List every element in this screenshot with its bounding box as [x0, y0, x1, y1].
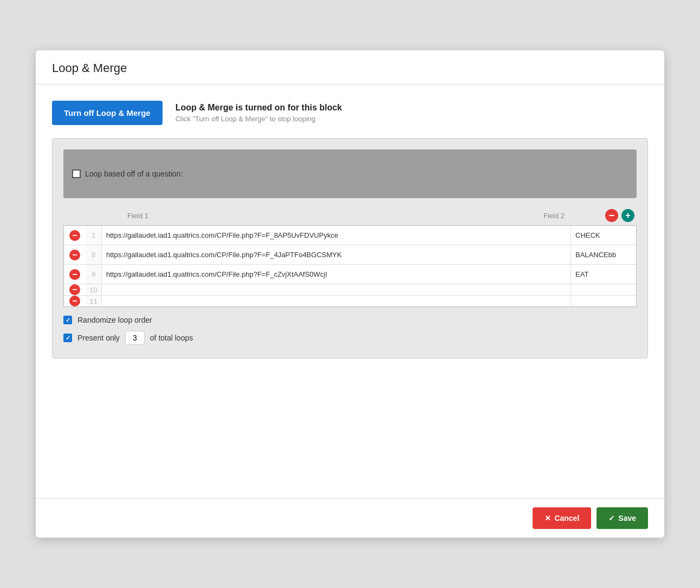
action-row: Turn off Loop & Merge Loop & Merge is tu…	[52, 101, 648, 125]
cancel-icon: ✕	[545, 514, 551, 522]
row-num-1: 1	[86, 226, 102, 245]
table-row: 11	[64, 296, 636, 306]
cancel-label: Cancel	[554, 514, 579, 522]
table-row: 9 https://gallaudet.iad1.qualtrics.com/C…	[64, 265, 636, 284]
save-icon: ✓	[608, 514, 615, 522]
field1-header: Field 1	[123, 212, 539, 220]
modal-header: Loop & Merge	[36, 50, 664, 84]
remove-col-10	[64, 284, 86, 295]
remove-col-11	[64, 296, 86, 306]
randomize-row: Randomize loop order	[63, 316, 637, 324]
row-8-field1: https://gallaudet.iad1.qualtrics.com/CP/…	[102, 245, 571, 264]
table-header-actions	[604, 209, 637, 222]
present-only-input[interactable]	[125, 331, 145, 345]
remove-row-10-button[interactable]	[69, 284, 80, 295]
row-num-8: 8	[86, 245, 102, 264]
remove-col-8	[64, 245, 86, 264]
loop-question-row: Loop based off of a question:	[63, 149, 637, 198]
row-10-field1	[102, 284, 571, 295]
remove-col-1	[64, 226, 86, 245]
row-1-field2: CHECK	[571, 226, 636, 245]
row-num-11: 11	[86, 296, 102, 306]
modal-body: Turn off Loop & Merge Loop & Merge is tu…	[36, 84, 664, 498]
field2-header: Field 2	[539, 212, 604, 220]
loop-question-checkbox[interactable]	[72, 169, 81, 178]
randomize-label: Randomize loop order	[77, 316, 152, 324]
row-9-field1: https://gallaudet.iad1.qualtrics.com/CP/…	[102, 265, 571, 284]
remove-row-1-button[interactable]	[69, 230, 80, 241]
turn-off-button[interactable]: Turn off Loop & Merge	[52, 101, 163, 125]
status-hint: Click "Turn off Loop & Merge" to stop lo…	[176, 115, 342, 123]
table-row: 8 https://gallaudet.iad1.qualtrics.com/C…	[64, 245, 636, 265]
table-row: 10	[64, 284, 636, 296]
data-rows-container: 1 https://gallaudet.iad1.qualtrics.com/C…	[63, 225, 637, 307]
remove-row-9-button[interactable]	[69, 269, 80, 280]
modal-footer: ✕ Cancel ✓ Save	[36, 498, 664, 538]
present-only-checkbox[interactable]	[63, 334, 72, 342]
save-label: Save	[618, 514, 636, 522]
row-8-field2: BALANCEbb	[571, 245, 636, 264]
merge-table: Field 1 Field 2 1 https://	[63, 209, 637, 307]
remove-row-8-button[interactable]	[69, 250, 80, 260]
loop-question-label: Loop based off of a question:	[85, 169, 183, 178]
add-row-button[interactable]	[621, 209, 634, 222]
modal-title: Loop & Merge	[52, 61, 127, 75]
status-text: Loop & Merge is turned on for this block…	[176, 103, 342, 123]
row-num-9: 9	[86, 265, 102, 284]
remove-all-button[interactable]	[605, 209, 618, 222]
cancel-button[interactable]: ✕ Cancel	[533, 507, 591, 529]
remove-col-9	[64, 265, 86, 284]
row-11-field2	[571, 296, 636, 306]
status-title: Loop & Merge is turned on for this block	[176, 103, 342, 113]
row-9-field2: EAT	[571, 265, 636, 284]
of-total-label: of total loops	[150, 334, 193, 342]
save-button[interactable]: ✓ Save	[597, 507, 648, 529]
modal-container: Loop & Merge Turn off Loop & Merge Loop …	[36, 50, 664, 538]
remove-row-11-button[interactable]	[69, 296, 80, 306]
table-header: Field 1 Field 2	[63, 209, 637, 225]
row-num-10: 10	[86, 284, 102, 295]
row-11-field1	[102, 296, 571, 306]
present-only-label: Present only	[77, 334, 120, 342]
row-10-field2	[571, 284, 636, 295]
table-row: 1 https://gallaudet.iad1.qualtrics.com/C…	[64, 226, 636, 245]
randomize-checkbox[interactable]	[63, 316, 72, 324]
options-section: Randomize loop order Present only of tot…	[63, 307, 637, 347]
present-only-row: Present only of total loops	[63, 331, 637, 345]
content-box: Loop based off of a question: Field 1 Fi…	[52, 138, 648, 358]
row-1-field1: https://gallaudet.iad1.qualtrics.com/CP/…	[102, 226, 571, 245]
